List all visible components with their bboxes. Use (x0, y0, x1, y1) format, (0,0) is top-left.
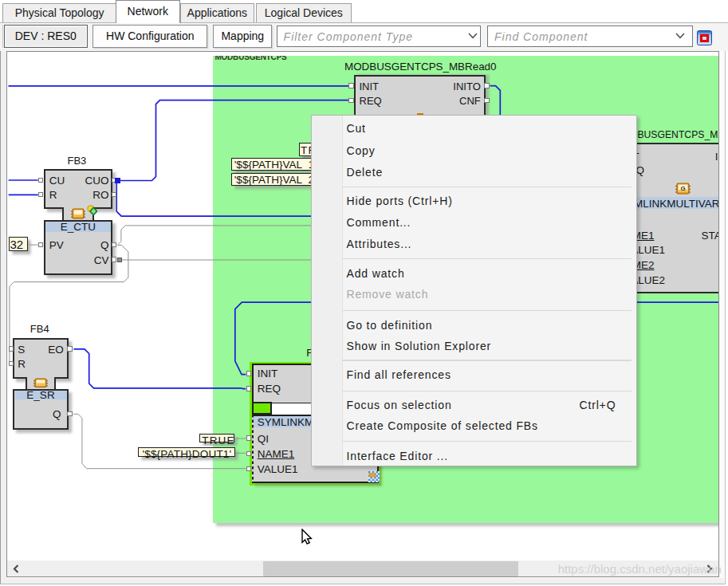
svg-text:G: G (680, 185, 685, 192)
